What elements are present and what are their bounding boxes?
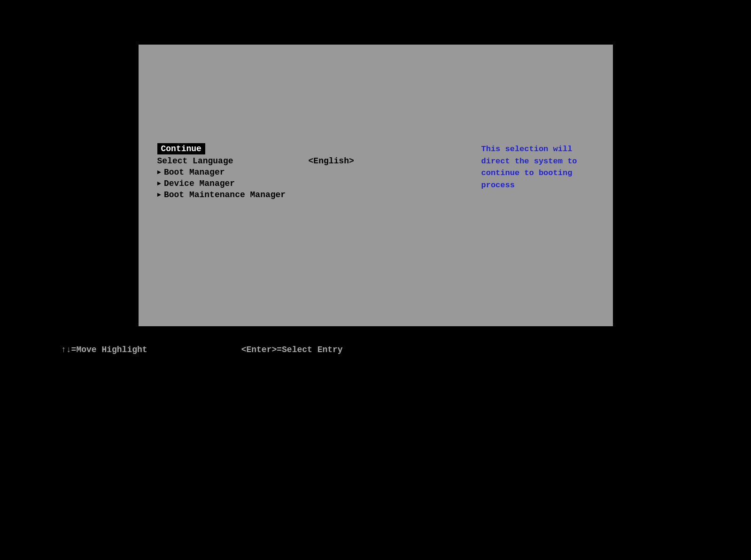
screen-container: Continue Select Language <English> ► Boo…	[0, 0, 751, 560]
boot-manager-arrow-icon: ►	[157, 169, 161, 176]
continue-item[interactable]: Continue	[157, 143, 205, 154]
help-line3: continue to booting	[481, 169, 573, 177]
status-bar: ↑↓=Move Highlight <Enter>=Select Entry	[0, 326, 751, 354]
select-language-label: Select Language	[157, 156, 233, 166]
device-manager-arrow-icon: ►	[157, 180, 161, 187]
help-line1: This selection will	[481, 145, 573, 153]
boot-manager-label: Boot Manager	[164, 168, 225, 177]
help-text: This selection will direct the system to…	[481, 143, 599, 191]
select-language-value: <English>	[309, 156, 354, 166]
boot-maintenance-manager-label: Boot Maintenance Manager	[164, 190, 286, 199]
select-entry-label: <Enter>=Select Entry	[241, 345, 343, 354]
boot-maintenance-arrow-icon: ►	[157, 191, 161, 199]
device-manager-row[interactable]: ► Device Manager	[157, 179, 481, 188]
help-line2: direct the system to	[481, 157, 577, 166]
main-panel: Continue Select Language <English> ► Boo…	[139, 45, 613, 326]
help-section: This selection will direct the system to…	[481, 143, 613, 326]
boot-maintenance-manager-row[interactable]: ► Boot Maintenance Manager	[157, 190, 481, 199]
panel-content: Continue Select Language <English> ► Boo…	[139, 45, 613, 326]
device-manager-label: Device Manager	[164, 179, 235, 188]
menu-section: Continue Select Language <English> ► Boo…	[139, 143, 481, 326]
move-highlight-label: ↑↓=Move Highlight	[61, 345, 147, 354]
boot-manager-row[interactable]: ► Boot Manager	[157, 168, 481, 177]
help-line4: process	[481, 181, 515, 190]
select-language-row[interactable]: Select Language <English>	[157, 156, 481, 166]
